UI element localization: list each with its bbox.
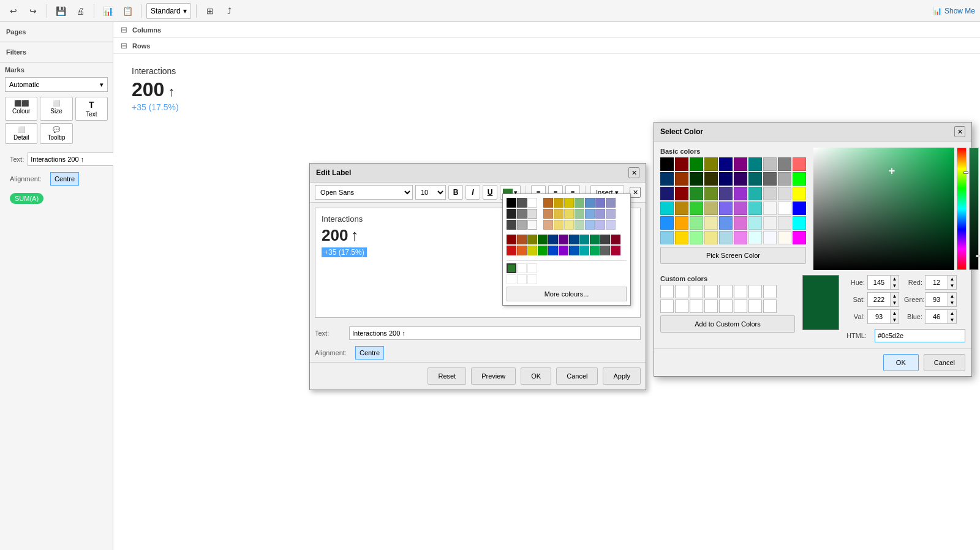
cp-swatch[interactable] (579, 235, 589, 244)
cp-swatch[interactable] (575, 198, 584, 208)
sat-down[interactable]: ▼ (890, 299, 899, 306)
red-input[interactable]: 12 (925, 276, 948, 289)
cp-swatch[interactable] (543, 220, 553, 230)
basic-swatch[interactable] (793, 157, 806, 171)
hue-input[interactable]: 145 (868, 276, 890, 289)
cp-swatch[interactable] (611, 246, 620, 255)
edit-toolbar-close[interactable]: ✕ (630, 187, 641, 198)
custom-swatch[interactable] (719, 285, 733, 298)
hue-down[interactable]: ▼ (890, 282, 899, 289)
basic-swatch[interactable] (763, 187, 777, 200)
basic-swatch[interactable] (748, 172, 762, 186)
cp-swatch[interactable] (564, 198, 574, 208)
cp-swatch[interactable] (595, 220, 605, 230)
basic-swatch[interactable] (719, 172, 733, 186)
select-color-close[interactable]: ✕ (954, 126, 965, 137)
basic-swatch[interactable] (719, 231, 733, 244)
cp-swatch[interactable] (590, 235, 600, 244)
html-value-input[interactable] (875, 329, 965, 342)
cp-swatch[interactable] (548, 246, 558, 255)
marks-tooltip-btn[interactable]: 💬 Tooltip (40, 123, 72, 144)
cp-swatch[interactable] (527, 235, 537, 244)
cp-selected-swatch[interactable] (507, 263, 516, 273)
cp-swatch[interactable] (611, 235, 620, 244)
basic-swatch[interactable] (763, 231, 777, 244)
marks-colour-btn[interactable]: ⬛⬛ Colour (5, 97, 37, 121)
custom-swatch[interactable] (675, 285, 688, 298)
basic-swatch[interactable] (690, 172, 703, 186)
basic-swatch[interactable] (719, 157, 733, 171)
green-up[interactable]: ▲ (948, 293, 956, 299)
cp-swatch[interactable] (569, 235, 579, 244)
basic-swatch[interactable] (660, 216, 674, 230)
show-me-button[interactable]: 📊 Show Me (933, 7, 975, 15)
basic-swatch[interactable] (690, 216, 703, 230)
print-btn[interactable]: 🖨 (72, 2, 89, 20)
cp-swatch[interactable] (507, 246, 516, 255)
brightness-slider[interactable] (969, 148, 979, 270)
val-input[interactable]: 93 (868, 310, 890, 323)
cp-swatch[interactable] (585, 209, 595, 219)
custom-swatch[interactable] (763, 299, 777, 313)
bold-btn[interactable]: B (448, 185, 463, 200)
hue-slider[interactable] (957, 148, 967, 270)
cp-swatch[interactable] (575, 209, 584, 219)
cp-swatch[interactable] (527, 220, 537, 230)
text-value-input[interactable] (28, 153, 118, 166)
custom-swatch[interactable] (690, 299, 703, 313)
cp-swatch[interactable] (517, 220, 527, 230)
underline-btn[interactable]: U (483, 185, 497, 200)
basic-swatch[interactable] (704, 216, 718, 230)
basic-swatch[interactable] (690, 187, 703, 200)
cp-swatch[interactable] (600, 246, 610, 255)
format-btn[interactable]: ⊞ (202, 2, 219, 20)
basic-swatch[interactable] (778, 172, 791, 186)
custom-swatch[interactable] (734, 299, 747, 313)
basic-swatch[interactable] (660, 231, 674, 244)
custom-swatch[interactable] (734, 285, 747, 298)
basic-swatch[interactable] (734, 231, 747, 244)
basic-swatch[interactable] (675, 187, 688, 200)
green-input[interactable]: 93 (925, 293, 948, 306)
val-input-group[interactable]: 93 ▲ ▼ (867, 309, 899, 324)
basic-swatch[interactable] (748, 157, 762, 171)
basic-swatch[interactable] (763, 172, 777, 186)
custom-swatch[interactable] (660, 299, 674, 313)
basic-swatch[interactable] (719, 187, 733, 200)
basic-swatch[interactable] (763, 216, 777, 230)
blue-input[interactable]: 46 (925, 310, 948, 323)
basic-swatch[interactable] (748, 202, 762, 215)
cp-swatch[interactable] (559, 235, 568, 244)
basic-swatch[interactable] (690, 157, 703, 171)
cp-swatch[interactable] (600, 235, 610, 244)
cp-swatch[interactable] (585, 220, 595, 230)
ok-btn[interactable]: OK (521, 367, 551, 385)
basic-swatch[interactable] (660, 202, 674, 215)
cp-empty-swatch[interactable] (527, 274, 537, 284)
cp-swatch[interactable] (569, 246, 579, 255)
color-gradient[interactable]: + (813, 148, 954, 270)
basic-swatch[interactable] (734, 187, 747, 200)
pick-screen-color-btn[interactable]: Pick Screen Color (660, 247, 806, 264)
datasource-btn[interactable]: 📋 (119, 2, 136, 20)
basic-swatch[interactable] (690, 202, 703, 215)
sum-pill[interactable]: SUM(A) (10, 193, 43, 204)
basic-swatch[interactable] (793, 172, 806, 186)
basic-swatch[interactable] (778, 202, 791, 215)
basic-swatch[interactable] (690, 231, 703, 244)
custom-swatch[interactable] (748, 299, 762, 313)
sat-input[interactable]: 222 (868, 293, 890, 306)
basic-swatch[interactable] (763, 202, 777, 215)
basic-swatch[interactable] (719, 202, 733, 215)
cp-swatch[interactable] (585, 198, 595, 208)
redo-btn[interactable]: ↪ (24, 2, 42, 20)
cp-swatch[interactable] (517, 209, 527, 219)
cp-swatch[interactable] (538, 246, 548, 255)
basic-swatch[interactable] (704, 172, 718, 186)
basic-swatch[interactable] (748, 187, 762, 200)
cp-swatch[interactable] (559, 246, 568, 255)
cp-swatch[interactable] (564, 209, 574, 219)
cp-swatch[interactable] (507, 220, 516, 230)
basic-swatch[interactable] (734, 216, 747, 230)
basic-swatch[interactable] (778, 157, 791, 171)
